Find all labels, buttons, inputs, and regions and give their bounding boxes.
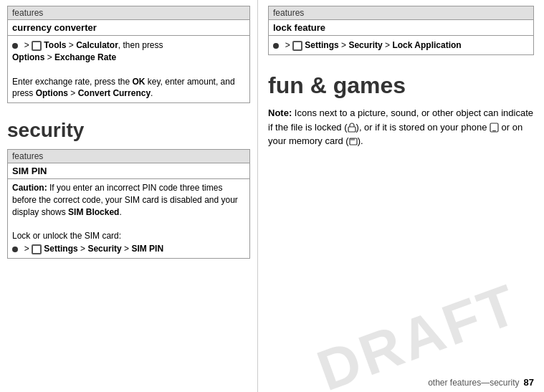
note-label: Note: xyxy=(268,107,292,118)
nav-bullet-1 xyxy=(12,43,18,49)
currency-converter-subheader: currency converter xyxy=(8,20,250,36)
nav-bullet-3 xyxy=(273,43,279,49)
lock-icon xyxy=(348,123,356,133)
footer: other features—security 87 xyxy=(428,377,534,388)
options-label-1: Options xyxy=(12,52,44,62)
lock-nav-path: > Settings > Security > Lock Application xyxy=(273,40,462,50)
note-text-2: ), or if it is stored on your phone xyxy=(356,122,490,133)
security-heading: security xyxy=(7,119,250,142)
lock-unlock-text: Lock or unlock the SIM card: xyxy=(12,231,121,241)
sim-pin-body: Caution: If you enter an incorrect PIN c… xyxy=(8,179,250,259)
footer-text: other features—security xyxy=(428,378,519,388)
left-column: features currency converter > Tools > Ca… xyxy=(0,0,258,392)
sim-pin-subheader: SIM PIN xyxy=(8,163,250,179)
tools-icon xyxy=(32,41,42,51)
exchange-rate-label: Exchange Rate xyxy=(54,52,116,62)
note-text-4: ). xyxy=(358,135,363,146)
features-header-1: features xyxy=(8,6,250,20)
currency-body-text: Enter exchange rate, press the OK key, e… xyxy=(12,77,235,99)
lock-feature-body: > Settings > Security > Lock Application xyxy=(269,36,534,55)
footer-page: 87 xyxy=(524,377,534,388)
svg-rect-0 xyxy=(348,127,355,132)
right-column: features lock feature > Settings > Secur… xyxy=(258,0,544,392)
settings-icon-left xyxy=(32,244,42,254)
lock-feature-subheader: lock feature xyxy=(269,20,534,36)
nav-bullet-2 xyxy=(12,247,18,252)
features-header-2: features xyxy=(8,150,250,163)
svg-rect-2 xyxy=(492,130,496,131)
memory-card-icon xyxy=(349,138,358,145)
currency-nav-path: > Tools > Calculator, then press xyxy=(12,40,163,50)
page-container: features currency converter > Tools > Ca… xyxy=(0,0,544,392)
phone-icon xyxy=(490,123,499,133)
settings-icon-right xyxy=(292,41,302,51)
features-header-3: features xyxy=(269,6,534,20)
fun-games-heading: fun & games xyxy=(268,72,534,99)
lock-feature-table: features lock feature > Settings > Secur… xyxy=(268,6,534,55)
fun-games-note: Note: Icons next to a picture, sound, or… xyxy=(268,106,534,148)
currency-converter-body: > Tools > Calculator, then press Options… xyxy=(8,36,250,103)
caution-label: Caution: xyxy=(12,183,47,193)
sim-pin-table: features SIM PIN Caution: If you enter a… xyxy=(7,149,250,259)
currency-converter-table: features currency converter > Tools > Ca… xyxy=(7,6,250,103)
sim-nav-path: > Settings > Security > SIM PIN xyxy=(12,244,163,254)
